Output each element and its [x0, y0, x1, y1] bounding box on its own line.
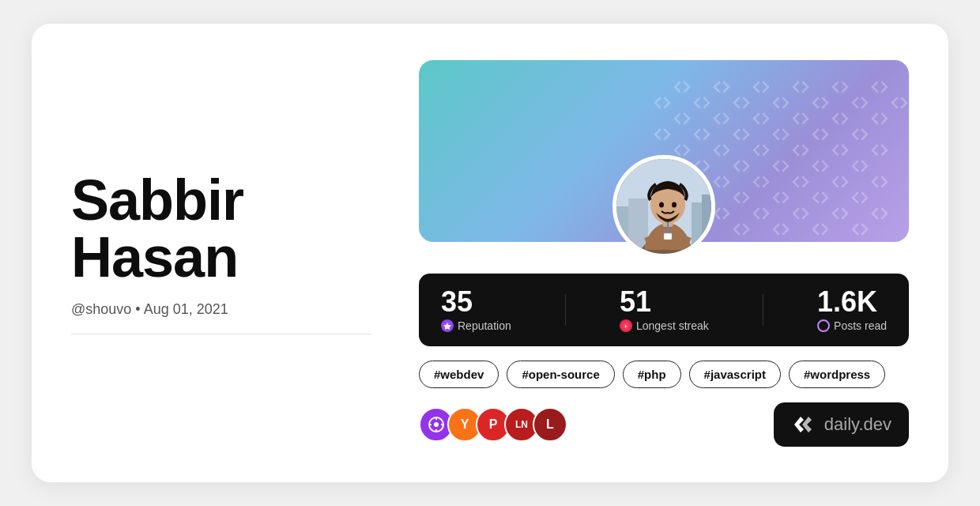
svg-point-8 — [659, 202, 664, 207]
posts-label: Posts read — [817, 319, 887, 332]
stat-reputation: 35 Reputation — [441, 288, 511, 332]
reputation-value: 35 — [441, 288, 473, 316]
stat-divider-2 — [763, 294, 763, 326]
daily-dev-logo — [791, 412, 816, 437]
avatar-image — [616, 159, 711, 254]
sources-row: Y P LN L — [419, 407, 567, 442]
right-section: 35 Reputation 51 Longest streak — [419, 60, 909, 447]
brand-badge: daily.dev — [774, 402, 909, 447]
bottom-row: Y P LN L daily.dev — [419, 402, 909, 447]
reputation-label: Reputation — [441, 319, 511, 332]
svg-rect-4 — [702, 194, 711, 254]
posts-value: 1.6K — [817, 288, 877, 316]
tags-row: #webdev #open-source #php #javascript #w… — [419, 361, 909, 388]
stat-posts: 1.6K Posts read — [817, 288, 887, 332]
user-name: Sabbir Hasan — [71, 172, 371, 285]
tag-opensource[interactable]: #open-source — [507, 361, 614, 388]
streak-label: Longest streak — [620, 319, 709, 332]
source-icon-5[interactable]: L — [533, 407, 567, 442]
profile-card: Sabbir Hasan @shouvo • Aug 01, 2021 — [32, 24, 948, 482]
streak-value: 51 — [620, 288, 651, 316]
left-section: Sabbir Hasan @shouvo • Aug 01, 2021 — [71, 172, 371, 334]
tag-webdev[interactable]: #webdev — [419, 361, 499, 388]
stat-streak: 51 Longest streak — [620, 288, 709, 332]
handle-date: @shouvo • Aug 01, 2021 — [71, 301, 371, 318]
tag-wordpress[interactable]: #wordpress — [789, 361, 885, 388]
avatar — [612, 155, 715, 258]
streak-icon — [620, 319, 632, 332]
stats-bar: 35 Reputation 51 Longest streak — [419, 274, 909, 346]
tag-php[interactable]: #php — [623, 361, 681, 388]
profile-banner — [419, 60, 909, 242]
svg-point-15 — [434, 422, 439, 427]
svg-point-9 — [672, 202, 677, 207]
brand-name: daily.dev — [824, 414, 891, 435]
svg-rect-11 — [664, 233, 672, 240]
posts-icon — [817, 319, 830, 332]
tag-javascript[interactable]: #javascript — [689, 361, 781, 388]
svg-marker-12 — [443, 323, 451, 330]
stat-divider-1 — [565, 294, 566, 326]
reputation-icon — [441, 319, 454, 332]
divider — [71, 334, 371, 334]
